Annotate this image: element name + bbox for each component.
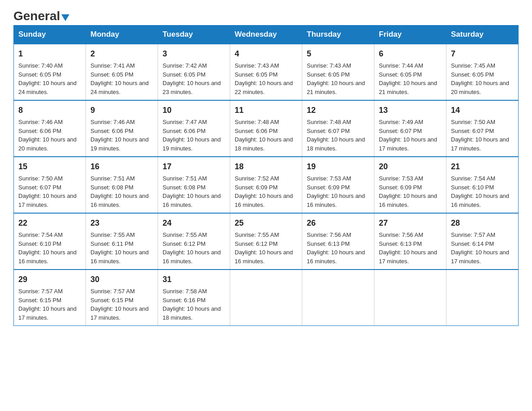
day-daylight: Daylight: 10 hours and 16 minutes. [90,193,149,208]
day-sunrise: Sunrise: 7:43 AM [235,62,279,69]
day-sunrise: Sunrise: 7:57 AM [451,231,495,238]
calendar-day-cell: 2 Sunrise: 7:41 AM Sunset: 6:05 PM Dayli… [86,44,158,100]
day-sunset: Sunset: 6:06 PM [163,128,206,134]
day-daylight: Daylight: 10 hours and 24 minutes. [90,80,149,95]
day-sunset: Sunset: 6:13 PM [379,240,422,247]
day-daylight: Daylight: 10 hours and 22 minutes. [235,80,293,95]
calendar-day-cell: 26 Sunrise: 7:56 AM Sunset: 6:13 PM Dayl… [302,213,374,270]
calendar-day-cell: 28 Sunrise: 7:57 AM Sunset: 6:14 PM Dayl… [446,213,519,270]
calendar-day-cell: 25 Sunrise: 7:55 AM Sunset: 6:12 PM Dayl… [230,213,302,270]
day-daylight: Daylight: 10 hours and 19 minutes. [163,136,221,152]
day-sunrise: Sunrise: 7:51 AM [163,175,207,182]
day-number: 12 [307,104,369,116]
calendar-day-cell: 7 Sunrise: 7:45 AM Sunset: 6:05 PM Dayli… [446,44,519,100]
calendar-day-header: Thursday [302,26,374,44]
day-sunset: Sunset: 6:06 PM [18,128,61,134]
day-number: 10 [163,104,225,116]
day-sunrise: Sunrise: 7:46 AM [18,119,63,125]
day-daylight: Daylight: 10 hours and 16 minutes. [307,249,365,265]
day-daylight: Daylight: 10 hours and 18 minutes. [307,136,365,152]
day-sunrise: Sunrise: 7:48 AM [235,119,279,125]
day-sunrise: Sunrise: 7:44 AM [379,62,423,69]
calendar-day-cell: 22 Sunrise: 7:54 AM Sunset: 6:10 PM Dayl… [14,213,86,270]
day-sunset: Sunset: 6:07 PM [379,128,422,134]
day-sunset: Sunset: 6:08 PM [90,184,133,191]
day-sunset: Sunset: 6:07 PM [18,184,61,191]
day-number: 20 [379,161,442,173]
day-sunrise: Sunrise: 7:57 AM [90,288,135,295]
day-number: 11 [235,104,297,116]
day-sunrise: Sunrise: 7:54 AM [451,175,495,182]
day-sunset: Sunset: 6:06 PM [235,128,278,134]
calendar-day-header: Sunday [14,26,86,44]
day-sunrise: Sunrise: 7:50 AM [18,175,63,182]
day-sunrise: Sunrise: 7:50 AM [451,119,495,125]
calendar-day-cell: 24 Sunrise: 7:55 AM Sunset: 6:12 PM Dayl… [158,213,230,270]
day-number: 25 [235,217,297,229]
day-daylight: Daylight: 10 hours and 16 minutes. [379,193,437,208]
page-header: General [13,9,519,21]
day-sunset: Sunset: 6:11 PM [90,240,133,247]
day-daylight: Daylight: 10 hours and 18 minutes. [235,136,293,152]
calendar-day-cell [374,270,446,326]
calendar-day-cell: 15 Sunrise: 7:50 AM Sunset: 6:07 PM Dayl… [14,157,86,213]
day-sunset: Sunset: 6:05 PM [307,71,350,78]
day-daylight: Daylight: 10 hours and 20 minutes. [451,80,509,95]
day-sunset: Sunset: 6:09 PM [307,184,350,191]
day-sunset: Sunset: 6:13 PM [307,240,350,247]
day-sunset: Sunset: 6:12 PM [235,240,278,247]
calendar-week-row: 15 Sunrise: 7:50 AM Sunset: 6:07 PM Dayl… [14,157,519,213]
day-sunrise: Sunrise: 7:45 AM [451,62,495,69]
day-number: 9 [90,104,153,116]
day-daylight: Daylight: 10 hours and 16 minutes. [451,193,509,208]
day-number: 13 [379,104,442,116]
calendar-week-row: 1 Sunrise: 7:40 AM Sunset: 6:05 PM Dayli… [14,44,519,100]
day-sunset: Sunset: 6:05 PM [235,71,278,78]
calendar-day-cell: 9 Sunrise: 7:46 AM Sunset: 6:06 PM Dayli… [86,100,158,157]
day-sunrise: Sunrise: 7:54 AM [18,231,63,238]
day-daylight: Daylight: 10 hours and 17 minutes. [379,249,437,265]
calendar-day-cell: 29 Sunrise: 7:57 AM Sunset: 6:15 PM Dayl… [14,270,86,326]
calendar-day-cell: 14 Sunrise: 7:50 AM Sunset: 6:07 PM Dayl… [446,100,519,157]
day-daylight: Daylight: 10 hours and 20 minutes. [18,136,77,152]
day-sunrise: Sunrise: 7:48 AM [307,119,351,125]
day-number: 8 [18,104,81,116]
calendar-day-cell: 17 Sunrise: 7:51 AM Sunset: 6:08 PM Dayl… [158,157,230,213]
day-sunrise: Sunrise: 7:53 AM [307,175,351,182]
day-sunset: Sunset: 6:05 PM [163,71,206,78]
day-sunrise: Sunrise: 7:55 AM [235,231,279,238]
day-number: 14 [451,104,514,116]
day-sunrise: Sunrise: 7:46 AM [90,119,135,125]
calendar-day-cell [302,270,374,326]
day-daylight: Daylight: 10 hours and 17 minutes. [18,193,77,208]
calendar-day-header: Saturday [446,26,519,44]
day-number: 2 [90,48,153,60]
calendar-day-header: Friday [374,26,446,44]
day-daylight: Daylight: 10 hours and 24 minutes. [18,80,77,95]
calendar-day-cell: 5 Sunrise: 7:43 AM Sunset: 6:05 PM Dayli… [302,44,374,100]
calendar-day-cell: 10 Sunrise: 7:47 AM Sunset: 6:06 PM Dayl… [158,100,230,157]
day-number: 28 [451,217,514,229]
day-daylight: Daylight: 10 hours and 16 minutes. [18,249,77,265]
day-number: 23 [90,217,153,229]
day-daylight: Daylight: 10 hours and 21 minutes. [379,80,437,95]
day-sunset: Sunset: 6:10 PM [18,240,61,247]
day-daylight: Daylight: 10 hours and 17 minutes. [90,305,149,321]
day-sunrise: Sunrise: 7:51 AM [90,175,135,182]
calendar-day-cell: 3 Sunrise: 7:42 AM Sunset: 6:05 PM Dayli… [158,44,230,100]
day-number: 15 [18,161,81,173]
calendar-day-cell: 27 Sunrise: 7:56 AM Sunset: 6:13 PM Dayl… [374,213,446,270]
calendar-day-header: Tuesday [158,26,230,44]
calendar-day-header: Monday [86,26,158,44]
day-daylight: Daylight: 10 hours and 16 minutes. [235,249,293,265]
day-sunrise: Sunrise: 7:56 AM [307,231,351,238]
day-sunset: Sunset: 6:06 PM [90,128,133,134]
calendar-table: SundayMondayTuesdayWednesdayThursdayFrid… [13,25,519,326]
day-sunset: Sunset: 6:15 PM [18,297,61,304]
day-number: 26 [307,217,369,229]
day-daylight: Daylight: 10 hours and 16 minutes. [307,193,365,208]
day-number: 27 [379,217,442,229]
day-sunset: Sunset: 6:12 PM [163,240,206,247]
day-daylight: Daylight: 10 hours and 18 minutes. [163,305,221,321]
day-number: 22 [18,217,81,229]
